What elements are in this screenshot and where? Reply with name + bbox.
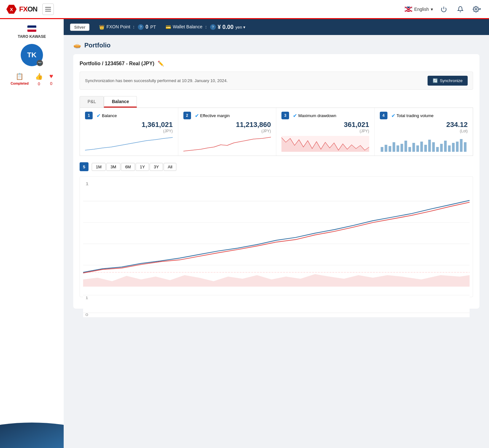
user-name: TARO KAWASE bbox=[18, 34, 46, 39]
page-title-row: 🥧 Portfolio bbox=[73, 41, 479, 49]
wallet-label: Wallet Balance ： bbox=[173, 24, 208, 30]
metric-badge-2: 2 bbox=[183, 112, 191, 119]
logo-text: FXON bbox=[19, 5, 37, 13]
main-chart: 1 1 0 var positions = [20,40,60,80,100,1… bbox=[80, 176, 473, 297]
sync-button-label: Synchronize bbox=[440, 78, 463, 83]
svg-text:1: 1 bbox=[86, 296, 88, 300]
avatar-initials: TK bbox=[27, 51, 36, 59]
completed-label: Completed bbox=[11, 81, 29, 85]
metric-unit-2: (JPY) bbox=[183, 129, 271, 133]
logo: X FXON bbox=[6, 4, 37, 14]
avatar: TK 📷 bbox=[21, 44, 43, 66]
main-content: Silver 👑 FXON Point ： ? 0 PT 💳 Wallet Ba… bbox=[64, 19, 489, 448]
svg-rect-8 bbox=[388, 146, 391, 152]
range-1m[interactable]: 1M bbox=[92, 163, 106, 171]
lang-chevron-icon: ▾ bbox=[431, 7, 433, 12]
help-icon-wallet[interactable]: ? bbox=[210, 24, 216, 30]
sidebar-stat-likes: 👍 0 bbox=[35, 73, 43, 86]
portfolio-icon: 🥧 bbox=[73, 41, 81, 49]
metric-label-4: Total trading volume bbox=[397, 113, 434, 118]
wallet-icon: 💳 bbox=[166, 24, 171, 30]
metric-unit-3: (JPY) bbox=[281, 129, 369, 133]
metric-balance: 1 ✔ Balance 1,361,021 (JPY) bbox=[80, 108, 178, 156]
hamburger-line-1 bbox=[45, 7, 51, 8]
sidebar-stats: 📋 Completed 👍 0 ♥ 0 bbox=[11, 73, 53, 86]
favorites-icon: ♥ bbox=[49, 73, 53, 80]
svg-text:0: 0 bbox=[86, 313, 88, 317]
language-selector[interactable]: English ▾ bbox=[405, 7, 433, 12]
metric-badge-3: 3 bbox=[281, 112, 289, 119]
wallet-currency[interactable]: yen ▾ bbox=[236, 25, 246, 30]
range-all[interactable]: All bbox=[164, 163, 176, 171]
nav-right: English ▾ ▾ bbox=[405, 4, 483, 15]
time-range-selector: 5 1M 3M 6M 1Y 3Y All bbox=[80, 162, 473, 171]
svg-rect-23 bbox=[448, 145, 450, 152]
metric-value-1: 1,361,021 bbox=[85, 121, 173, 129]
wallet-chevron-icon: ▾ bbox=[243, 25, 245, 30]
svg-rect-16 bbox=[420, 142, 423, 152]
settings-button[interactable]: ▾ bbox=[471, 4, 483, 15]
metric-label-2: Effective margin bbox=[200, 113, 230, 118]
svg-rect-20 bbox=[436, 147, 438, 152]
range-6m[interactable]: 6M bbox=[121, 163, 135, 171]
svg-marker-32 bbox=[83, 274, 470, 286]
check-icon-1: ✔ bbox=[96, 113, 101, 119]
hamburger-line-3 bbox=[45, 11, 51, 11]
range-badge: 5 bbox=[80, 162, 89, 171]
svg-point-3 bbox=[475, 8, 477, 10]
top-navigation: X FXON English ▾ bbox=[0, 0, 489, 19]
sync-bar: Synchronization has been successfully pe… bbox=[80, 72, 473, 90]
avatar-camera-icon[interactable]: 📷 bbox=[37, 60, 43, 66]
chart-svg: 1 bbox=[83, 180, 470, 294]
portfolio-header: Portfolio / 1234567 - Real (JPY) ✏️ bbox=[80, 60, 473, 66]
mini-chart-3 bbox=[281, 136, 369, 152]
metric-unit-4: (Lot) bbox=[380, 129, 468, 133]
synchronize-button[interactable]: 🔄 Synchronize bbox=[428, 76, 468, 86]
hamburger-line-2 bbox=[45, 9, 51, 10]
pt-unit: PT bbox=[150, 24, 156, 30]
svg-text:X: X bbox=[10, 7, 13, 12]
bottom-bar-svg: 1 0 var positions = [20,40,60,80,100,120… bbox=[83, 295, 470, 318]
mini-chart-1 bbox=[85, 136, 173, 152]
svg-rect-26 bbox=[460, 139, 462, 152]
settings-chevron: ▾ bbox=[479, 7, 481, 11]
metric-value-4: 234.12 bbox=[380, 121, 468, 129]
range-1y[interactable]: 1Y bbox=[136, 163, 149, 171]
svg-rect-6 bbox=[380, 147, 383, 152]
power-button[interactable] bbox=[438, 4, 450, 15]
sidebar: TARO KAWASE TK 📷 📋 Completed 👍 0 ♥ 0 bbox=[0, 19, 64, 448]
svg-text:1: 1 bbox=[86, 181, 89, 186]
sync-message: Synchronization has been successfully pe… bbox=[85, 78, 228, 83]
svg-rect-10 bbox=[396, 145, 399, 152]
silver-badge: Silver bbox=[70, 24, 89, 31]
edit-icon[interactable]: ✏️ bbox=[158, 60, 164, 66]
svg-rect-15 bbox=[416, 145, 419, 152]
svg-rect-17 bbox=[424, 145, 427, 152]
tab-pnl[interactable]: P&L bbox=[80, 96, 104, 108]
wallet-section: 💳 Wallet Balance ： ? ¥ 0.00 yen ▾ bbox=[166, 24, 245, 31]
tab-balance[interactable]: Balance bbox=[104, 96, 137, 108]
hamburger-button[interactable] bbox=[42, 4, 54, 15]
bottom-bar-chart: 1 0 var positions = [20,40,60,80,100,120… bbox=[83, 295, 470, 317]
likes-icon: 👍 bbox=[35, 73, 43, 80]
svg-rect-21 bbox=[440, 144, 443, 152]
language-label: English bbox=[414, 7, 429, 12]
sidebar-stat-favorites: ♥ 0 bbox=[49, 73, 53, 86]
pt-value: 0 bbox=[145, 24, 148, 30]
svg-rect-18 bbox=[428, 140, 431, 152]
sync-icon: 🔄 bbox=[433, 78, 438, 83]
metric-badge-4: 4 bbox=[380, 112, 387, 119]
metric-value-3: 361,021 bbox=[281, 121, 369, 129]
flag-icon bbox=[405, 7, 412, 12]
help-icon-fxon[interactable]: ? bbox=[138, 24, 144, 30]
sidebar-stat-completed: 📋 Completed bbox=[11, 73, 29, 85]
metrics-row: 1 ✔ Balance 1,361,021 (JPY) bbox=[80, 108, 473, 156]
user-flag-icon bbox=[27, 25, 36, 32]
sub-header: Silver 👑 FXON Point ： ? 0 PT 💳 Wallet Ba… bbox=[64, 19, 489, 35]
notifications-button[interactable] bbox=[455, 4, 466, 15]
range-3m[interactable]: 3M bbox=[106, 163, 120, 171]
range-3y[interactable]: 3Y bbox=[150, 163, 163, 171]
fxon-point-label: FXON Point ： bbox=[106, 24, 136, 30]
tabs-row: P&L Balance bbox=[80, 96, 473, 108]
svg-rect-27 bbox=[464, 142, 466, 152]
